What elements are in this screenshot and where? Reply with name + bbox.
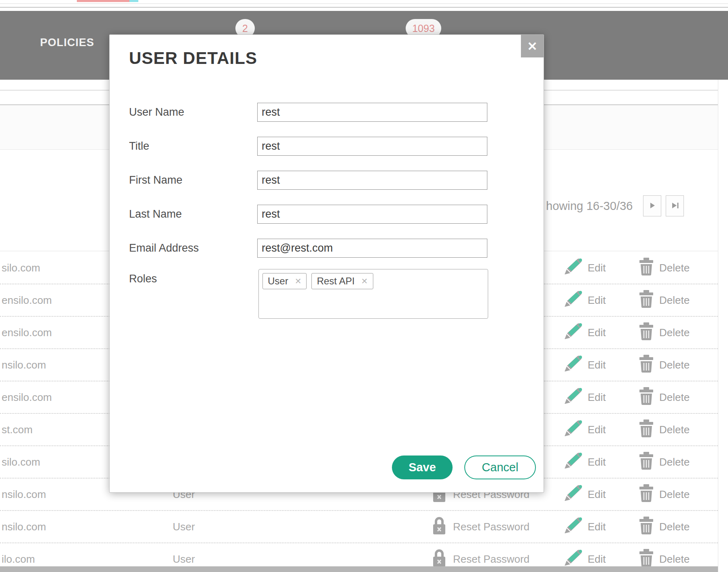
edit-pencil-icon: [563, 485, 582, 504]
remove-tag-icon[interactable]: ✕: [361, 276, 368, 286]
last-name-label: Last Name: [129, 205, 182, 224]
save-button[interactable]: Save: [392, 455, 453, 479]
edit-label: Edit: [588, 424, 606, 436]
top-edge-artifact-cyan: [129, 0, 138, 2]
roles-multiselect[interactable]: User ✕ Rest API ✕: [258, 269, 488, 319]
delete-button[interactable]: Delete: [639, 446, 690, 478]
role-tag-label: User: [268, 275, 288, 287]
edit-button[interactable]: Edit: [563, 446, 606, 478]
edit-label: Edit: [588, 326, 606, 339]
close-icon[interactable]: ✕: [521, 35, 544, 57]
right-gutter: [718, 80, 728, 572]
nav-tab-policies[interactable]: POLICIES: [40, 36, 94, 49]
form-row-first-name: First Name: [110, 171, 544, 190]
trash-icon: [639, 387, 654, 408]
first-name-label: First Name: [129, 171, 182, 190]
delete-button[interactable]: Delete: [639, 414, 690, 445]
edit-button[interactable]: Edit: [563, 349, 606, 381]
form-row-title: Title: [110, 137, 544, 156]
edit-button[interactable]: Edit: [563, 381, 606, 413]
delete-label: Delete: [659, 262, 690, 274]
edit-button[interactable]: Edit: [563, 511, 606, 542]
delete-label: Delete: [659, 326, 690, 339]
last-page-button[interactable]: [666, 195, 684, 216]
delete-button[interactable]: Delete: [639, 317, 690, 348]
trash-icon: [639, 258, 654, 278]
reset-password-label: Reset Password: [453, 521, 529, 533]
delete-label: Delete: [659, 359, 690, 371]
delete-button[interactable]: Delete: [639, 381, 690, 413]
table-row: nsilo.com User Reset Password Edit Delet…: [0, 511, 718, 543]
lock-icon: [431, 515, 447, 538]
edit-button[interactable]: Edit: [563, 317, 606, 348]
role-tag-rest-api: Rest API ✕: [311, 273, 373, 289]
remove-tag-icon[interactable]: ✕: [295, 276, 302, 286]
user-details-modal: ✕ USER DETAILS User Name Title First Nam…: [109, 34, 544, 493]
email-cell: st.com: [2, 414, 33, 445]
modal-title: USER DETAILS: [129, 49, 257, 68]
role-cell: User: [173, 511, 195, 542]
edit-label: Edit: [588, 262, 606, 274]
edit-pencil-icon: [563, 452, 582, 472]
last-page-icon: [670, 201, 680, 212]
last-name-field[interactable]: [257, 205, 487, 224]
edit-button[interactable]: Edit: [563, 479, 606, 510]
user-name-label: User Name: [129, 103, 184, 122]
next-page-icon: [648, 201, 657, 212]
reset-password-label: Reset Password: [453, 553, 529, 566]
edit-label: Edit: [588, 456, 606, 468]
edit-label: Edit: [588, 359, 606, 371]
pagination-status: howing 16-30/36: [546, 199, 633, 213]
delete-button[interactable]: Delete: [639, 252, 690, 284]
trash-icon: [639, 517, 654, 537]
cancel-button[interactable]: Cancel: [464, 455, 536, 479]
delete-label: Delete: [659, 294, 690, 307]
delete-button[interactable]: Delete: [639, 284, 690, 316]
trash-icon: [639, 290, 654, 311]
email-cell: nsilo.com: [2, 511, 46, 542]
edit-pencil-icon: [563, 290, 582, 310]
top-edge-artifact: [77, 0, 129, 2]
delete-button[interactable]: Delete: [639, 479, 690, 510]
user-name-field[interactable]: [257, 103, 487, 122]
delete-label: Delete: [659, 488, 690, 501]
edit-button[interactable]: Edit: [563, 252, 606, 284]
form-row-email: Email Address: [110, 239, 544, 258]
edit-pencil-icon: [563, 420, 582, 440]
trash-icon: [639, 322, 654, 343]
edit-pencil-icon: [563, 388, 582, 407]
edit-pencil-icon: [563, 355, 582, 375]
edit-label: Edit: [588, 488, 606, 501]
email-cell: silo.com: [2, 446, 40, 478]
edit-label: Edit: [588, 521, 606, 533]
next-page-button[interactable]: [643, 195, 661, 216]
edit-label: Edit: [588, 294, 606, 307]
delete-button[interactable]: Delete: [639, 511, 690, 542]
delete-label: Delete: [659, 521, 690, 533]
reset-password-button[interactable]: Reset Password: [431, 511, 529, 542]
trash-icon: [639, 355, 654, 375]
delete-button[interactable]: Delete: [639, 349, 690, 381]
edit-pencil-icon: [563, 258, 582, 278]
email-cell: nsilo.com: [2, 479, 46, 510]
edit-pencil-icon: [563, 517, 582, 537]
edit-button[interactable]: Edit: [563, 284, 606, 316]
email-address-field[interactable]: [257, 239, 487, 258]
delete-label: Delete: [659, 456, 690, 468]
edit-pencil-icon: [563, 323, 582, 343]
delete-label: Delete: [659, 424, 690, 436]
pagination: howing 16-30/36: [546, 195, 688, 216]
delete-label: Delete: [659, 391, 690, 404]
edit-label: Edit: [588, 391, 606, 404]
divider: [0, 7, 728, 8]
edit-label: Edit: [588, 553, 606, 566]
email-cell: nsilo.com: [2, 349, 46, 381]
role-tag-user: User ✕: [262, 273, 307, 289]
first-name-field[interactable]: [257, 171, 487, 190]
title-field[interactable]: [257, 137, 487, 156]
roles-label: Roles: [129, 269, 157, 288]
trash-icon: [639, 452, 654, 472]
email-address-label: Email Address: [129, 239, 199, 258]
trash-icon: [639, 419, 654, 440]
edit-button[interactable]: Edit: [563, 414, 606, 445]
